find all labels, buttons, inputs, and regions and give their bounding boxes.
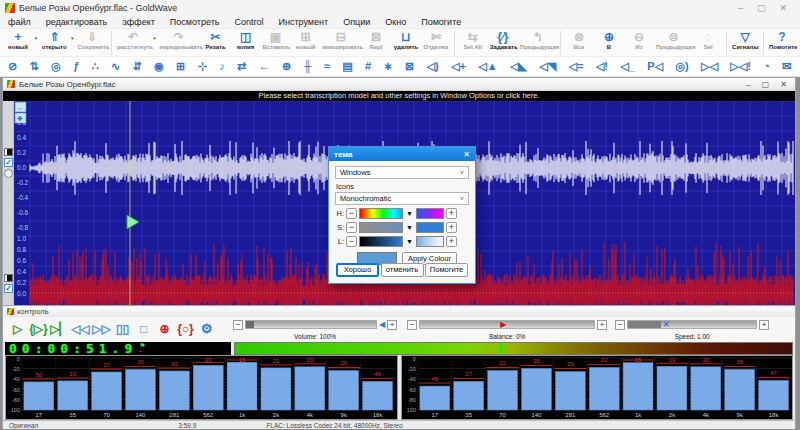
spectrum-left-panel[interactable]: 0-20-40-60-80100501733352770301403128120… xyxy=(5,355,398,420)
rewind-button[interactable]: ◁◁ xyxy=(70,319,91,340)
previous-marker-button[interactable]: ↰Предыдущая xyxy=(518,30,557,51)
balance-slider[interactable]: ▶ xyxy=(419,320,595,329)
balance-minus-button[interactable]: − xyxy=(407,320,417,330)
volume-minus-button[interactable]: − xyxy=(233,320,243,330)
lightness-gradient-bar[interactable] xyxy=(359,236,403,247)
fade-icon[interactable]: ⇅ xyxy=(30,61,39,72)
balance-thumb[interactable]: ▶ xyxy=(500,320,506,329)
play-from-button[interactable]: ▷▏ xyxy=(49,319,70,340)
match-volume-icon[interactable]: ◁= xyxy=(569,61,584,72)
zoom-selection-button[interactable]: ◌Sel xyxy=(693,30,723,51)
record-button[interactable]: ⊕ xyxy=(154,319,175,340)
parametric-icon[interactable]: P◁ xyxy=(647,61,663,72)
loudness-icon[interactable]: ◁! xyxy=(596,61,608,72)
cues-button[interactable]: ▽Сигналы xyxy=(730,30,760,51)
expression-icon[interactable]: ƒ xyxy=(73,61,79,72)
left-channel-radio[interactable] xyxy=(4,169,13,178)
lightness-minus-button[interactable]: − xyxy=(346,236,357,247)
volume-slider[interactable] xyxy=(245,320,377,329)
ok-button[interactable]: Хорошо xyxy=(336,263,379,277)
settings-button[interactable]: ⚙ xyxy=(196,319,217,340)
hue-preview-bar[interactable] xyxy=(416,208,444,219)
shape-left-icon[interactable]: ← xyxy=(259,61,270,72)
reverse-icon[interactable]: ⇄ xyxy=(237,61,246,72)
interpolate-icon[interactable]: ∴ xyxy=(92,61,99,72)
timer-icon[interactable]: ◔ xyxy=(763,61,770,72)
copy-button[interactable]: ◫копия xyxy=(231,30,261,51)
open-button[interactable]: ⇑открыто xyxy=(39,30,69,51)
time-display[interactable]: 00:00:51.9 ⚑▪ xyxy=(5,342,231,355)
mute-icon[interactable]: ⊘ xyxy=(8,61,17,72)
speaker-icon[interactable]: ◁) xyxy=(427,61,439,72)
zoom-all-button[interactable]: ⊗Все xyxy=(564,30,594,51)
offset-icon[interactable]: ⊞ xyxy=(176,61,185,72)
speed-minus-button[interactable]: − xyxy=(615,320,625,330)
paste-new-button[interactable]: ⊞новый xyxy=(291,30,321,51)
paste-button[interactable]: ▣Вставить xyxy=(261,30,291,51)
right-channel-checkbox[interactable]: ✓ xyxy=(4,284,13,293)
volume-up-icon[interactable]: ◁+ xyxy=(451,61,466,72)
hue-gradient-bar[interactable] xyxy=(359,208,403,219)
record-selection-button[interactable]: {○} xyxy=(175,319,196,340)
volume-max-icon[interactable]: ◁▲ xyxy=(478,61,497,72)
lightness-preview-bar[interactable] xyxy=(416,236,444,247)
volume-low-icon[interactable]: ◁_ xyxy=(620,61,635,72)
cut-button[interactable]: ✂Резать xyxy=(201,30,231,51)
menu-item-8[interactable]: Помогите xyxy=(421,17,461,27)
doppler-icon[interactable]: ◎ xyxy=(51,61,61,72)
close-button[interactable]: ✕ xyxy=(779,3,787,13)
set-marker-button[interactable]: {∕}Задавать xyxy=(488,30,518,51)
zoom-in-button[interactable]: ⊕В xyxy=(594,30,624,51)
delete-button[interactable]: ⊔удалять xyxy=(391,30,421,51)
menu-item-2[interactable]: эффект xyxy=(122,17,155,27)
lightness-plus-button[interactable]: + xyxy=(446,236,457,247)
message-icon[interactable]: ✉ xyxy=(782,61,791,72)
menu-item-7[interactable]: Окно xyxy=(385,17,406,27)
censor-icon[interactable]: ⊠ xyxy=(405,61,414,72)
new-button[interactable]: +новый xyxy=(3,30,33,51)
mechanize-icon[interactable]: ◉ xyxy=(154,61,164,72)
menu-item-0[interactable]: файл xyxy=(8,17,31,27)
equalizer-icon[interactable]: ╫ xyxy=(304,61,312,72)
menu-item-4[interactable]: Control xyxy=(234,17,263,27)
undo-button[interactable]: ↶расстегнуть xyxy=(115,30,151,51)
volume-fade-out-icon[interactable]: ◁◥ xyxy=(539,61,556,72)
balance-plus-button[interactable]: + xyxy=(597,320,607,330)
saturation-plus-button[interactable]: + xyxy=(446,222,457,233)
hue-minus-button[interactable]: − xyxy=(346,208,357,219)
trim-button[interactable]: ✄Отделка xyxy=(421,30,451,51)
menu-item-6[interactable]: Опции xyxy=(343,17,370,27)
zoom-previous-button[interactable]: ⊜Предыдущая xyxy=(654,30,693,51)
saturation-preview-bar[interactable] xyxy=(416,222,444,233)
speed-plus-button[interactable]: + xyxy=(759,320,769,330)
invert-icon[interactable]: ⇵ xyxy=(133,61,142,72)
spectrum-filter-icon[interactable]: # xyxy=(365,61,371,72)
ab-compare-icon[interactable]: ▷◁! xyxy=(730,61,751,72)
replace-button[interactable]: ⊠Repl xyxy=(361,30,391,51)
menu-item-3[interactable]: Посмотреть xyxy=(170,17,220,27)
speed-slider[interactable]: ✕ xyxy=(627,320,757,329)
transcription-message-bar[interactable]: Please select transcription model and ot… xyxy=(3,91,795,101)
spectrum-right-panel[interactable]: 0-20-40-60-80100491727352270251402928122… xyxy=(401,355,794,420)
bounce-icon[interactable]: ▷◁ xyxy=(701,61,718,72)
pause-button[interactable]: ▯▯ xyxy=(112,319,133,340)
set-all-button[interactable]: ⇆Set All xyxy=(458,30,488,51)
redo-button[interactable]: ↷переделывать xyxy=(158,30,201,51)
play-button[interactable]: ▷ xyxy=(7,319,28,340)
saturation-minus-button[interactable]: − xyxy=(346,222,357,233)
stop-button[interactable]: □ xyxy=(133,319,154,340)
icons-select[interactable]: Monochromatic˅ xyxy=(335,192,469,205)
left-channel-checkbox[interactable]: ✓ xyxy=(4,158,13,167)
sound-close-button[interactable]: ✕ xyxy=(780,80,787,89)
cancel-button[interactable]: отменить xyxy=(381,263,424,277)
volume-fade-in-icon[interactable]: ◁◣ xyxy=(510,61,527,72)
save-button[interactable]: ⇓Сохранить xyxy=(76,30,109,51)
speed-thumb[interactable]: ✕ xyxy=(663,320,670,329)
lightness-slider-thumb[interactable]: ▼ xyxy=(406,238,413,245)
smoother-icon[interactable]: ∗ xyxy=(383,61,392,72)
mix-button[interactable]: ⊟микшировать xyxy=(321,30,361,51)
filter-icon[interactable]: ▤ xyxy=(342,61,352,72)
sound-maximize-button[interactable]: ▢ xyxy=(762,80,770,89)
menu-item-1[interactable]: редактировать xyxy=(46,17,108,27)
saturation-slider-thumb[interactable]: ▼ xyxy=(406,224,413,231)
